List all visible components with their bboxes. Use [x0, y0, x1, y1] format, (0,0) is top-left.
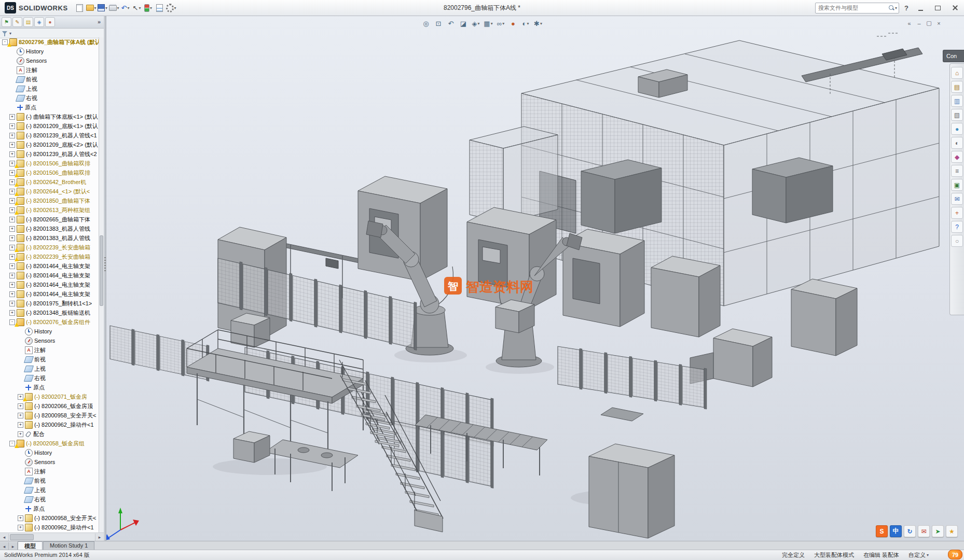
search-caret-icon[interactable]: ▾: [895, 6, 897, 10]
view-palette-icon[interactable]: ▧: [951, 109, 963, 121]
tree-item[interactable]: +(-) 82002239_长安曲轴箱: [0, 243, 99, 252]
design-library-icon[interactable]: ▤: [951, 81, 963, 93]
tree-item[interactable]: +(-) 曲轴箱下体底板<1> (默认: [0, 112, 99, 121]
tree-item[interactable]: +(-) 82001464_电主轴支架: [0, 289, 99, 299]
taskpane-header[interactable]: Con: [943, 50, 964, 62]
expand-icon[interactable]: +: [9, 263, 15, 269]
expand-icon[interactable]: +: [9, 291, 15, 297]
tab-nav-next-button[interactable]: ▸: [9, 542, 18, 550]
expand-icon[interactable]: +: [18, 525, 23, 530]
undo-button[interactable]: ↶: [120, 3, 131, 13]
tree-item[interactable]: +(-) 82002613_两种框架组: [0, 205, 99, 215]
doc-restore-button[interactable]: ▢: [925, 19, 933, 27]
tree-item[interactable]: +(-) 82000962_操动件<1: [0, 523, 99, 532]
tree-item[interactable]: +(-) 82000962_操动件<1: [0, 420, 99, 429]
tree-item[interactable]: History: [0, 448, 99, 457]
expand-icon[interactable]: +: [9, 217, 15, 222]
close-button[interactable]: [948, 3, 962, 13]
expand-icon[interactable]: +: [9, 282, 15, 288]
previous-view-icon[interactable]: ↶: [446, 18, 457, 29]
scene-icon[interactable]: ◐: [951, 137, 963, 149]
zoom-area-icon[interactable]: ⊡: [433, 18, 444, 29]
tree-item[interactable]: +(-) 82001383_机器人管线: [0, 224, 99, 233]
message-icon[interactable]: ✉: [918, 525, 930, 537]
tree-item[interactable]: 原点: [0, 504, 99, 513]
tree-item[interactable]: -(-) 82002058_钣金房组: [0, 439, 99, 448]
expand-icon[interactable]: +: [9, 226, 15, 232]
tree-item[interactable]: +(-) 82001239_机器人管线<1: [0, 131, 99, 140]
expand-icon[interactable]: +: [18, 431, 23, 437]
tree-item[interactable]: 右视: [0, 495, 99, 504]
collapse-arrows-icon[interactable]: «: [905, 19, 914, 27]
tree-item[interactable]: +(-) 82001209_底板<1> (默认: [0, 121, 99, 131]
customize-menu[interactable]: 自定义 ▾: [908, 551, 929, 559]
edit-appearance-icon[interactable]: ●: [508, 18, 519, 29]
rebuild-button[interactable]: [143, 3, 154, 13]
print-button[interactable]: [109, 3, 119, 13]
tree-item[interactable]: +(-) 82000958_安全开关<: [0, 513, 99, 523]
expand-icon[interactable]: +: [18, 422, 23, 428]
help-button[interactable]: ?: [902, 4, 911, 12]
select-button[interactable]: ↖: [132, 3, 142, 13]
search-icon[interactable]: [888, 4, 895, 11]
tree-item[interactable]: +(-) 82002071_钣金房: [0, 392, 99, 401]
tree-item[interactable]: 右视: [0, 373, 99, 383]
tree-item[interactable]: +(-) 82001464_电主轴支架: [0, 271, 99, 280]
panel-expand-chevron[interactable]: »: [98, 19, 102, 25]
expand-icon[interactable]: +: [9, 235, 15, 241]
tree-item[interactable]: 原点: [0, 383, 99, 392]
section-view-icon[interactable]: ◪: [458, 18, 469, 29]
displaymanager-tab-icon[interactable]: ●: [45, 17, 55, 27]
help-resources-icon[interactable]: ?: [951, 221, 963, 233]
expand-icon[interactable]: +: [18, 515, 23, 521]
zoom-fit-icon[interactable]: ◎: [421, 18, 432, 29]
file-properties-button[interactable]: [155, 3, 165, 13]
open-file-button[interactable]: [86, 3, 97, 13]
panel-splitter[interactable]: [104, 16, 106, 541]
hide-show-icon[interactable]: ∞: [495, 18, 506, 29]
tree-item[interactable]: +(-) 82001975_翻转机1<1>: [0, 299, 99, 308]
tree-item[interactable]: 注解: [0, 345, 99, 355]
maximize-button[interactable]: [931, 3, 945, 13]
save-button[interactable]: [98, 3, 108, 13]
properties-icon[interactable]: ≡: [951, 165, 963, 177]
tree-item[interactable]: +(-) 82002642_Brother机: [0, 177, 99, 187]
scroll-thumb[interactable]: [100, 235, 103, 306]
tree-item[interactable]: +(-) 82001506_曲轴箱双排: [0, 159, 99, 168]
tree-item[interactable]: 注解: [0, 65, 99, 75]
doc-minimize-button[interactable]: –: [915, 19, 924, 27]
tree-item[interactable]: +(-) 82001383_机器人管线: [0, 233, 99, 243]
tree-item[interactable]: Sensors: [0, 457, 99, 467]
tree-item[interactable]: History: [0, 47, 99, 56]
apply-scene-icon[interactable]: ◐: [520, 18, 531, 29]
expand-icon[interactable]: +: [9, 151, 15, 157]
scroll-track[interactable]: [9, 533, 95, 541]
expand-icon[interactable]: +: [18, 413, 23, 418]
propertymanager-tab-icon[interactable]: ✎: [12, 17, 22, 27]
tree-item[interactable]: History: [0, 327, 99, 336]
configurationmanager-tab-icon[interactable]: ▤: [23, 17, 33, 27]
notification-badge[interactable]: 79: [948, 550, 962, 559]
expand-icon[interactable]: +: [9, 301, 15, 306]
language-icon[interactable]: 中: [890, 525, 902, 537]
tree-horizontal-scrollbar[interactable]: ◂ ▸: [0, 533, 104, 541]
filter-caret-icon[interactable]: ▾: [9, 31, 11, 36]
tree-item[interactable]: +(-) 82002066_钣金房顶: [0, 401, 99, 411]
tree-item[interactable]: 前视: [0, 476, 99, 485]
tree-item[interactable]: +(-) 82001209_底板<2> (默认: [0, 140, 99, 149]
minimize-button[interactable]: [914, 3, 928, 13]
tab-model[interactable]: 模型: [18, 541, 43, 550]
expand-icon[interactable]: +: [9, 142, 15, 148]
toolbox-icon[interactable]: +: [951, 207, 963, 219]
tree-item[interactable]: Sensors: [0, 56, 99, 65]
tree-item[interactable]: 上视: [0, 364, 99, 373]
tree-item[interactable]: 右视: [0, 93, 99, 103]
resources-icon[interactable]: ⌂: [951, 67, 963, 79]
community-icon[interactable]: ○: [951, 235, 963, 247]
tree-item[interactable]: +(-) 82001464_电主轴支架: [0, 280, 99, 289]
tree-item[interactable]: +(-) 82001850_曲轴箱下体: [0, 196, 99, 205]
display-style-icon[interactable]: ▦: [483, 18, 494, 29]
dimxpert-tab-icon[interactable]: ◈: [34, 17, 44, 27]
tree-item[interactable]: +(-) 82001464_电主轴支架: [0, 261, 99, 271]
expand-icon[interactable]: +: [9, 123, 15, 129]
